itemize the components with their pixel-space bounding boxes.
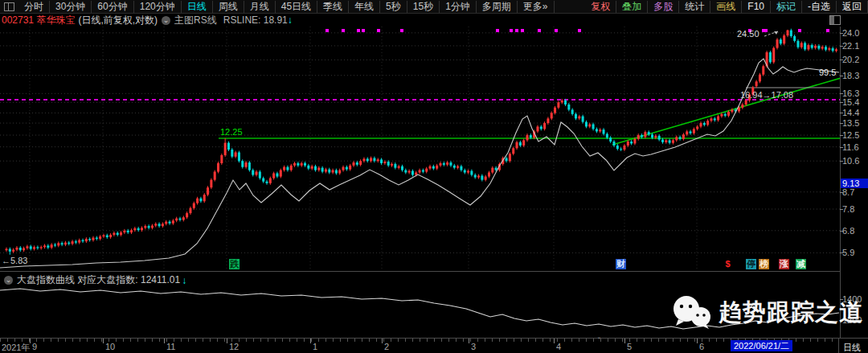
toolbar-button-标记[interactable]: 标记: [771, 1, 802, 13]
event-badge-榜[interactable]: 榜: [759, 259, 769, 269]
layout-icon[interactable]: [829, 15, 841, 25]
high-arrow-head: [774, 31, 778, 35]
body: [609, 138, 612, 142]
body: [75, 241, 77, 243]
candle: [57, 241, 59, 247]
period-tab-5秒[interactable]: 5秒: [380, 1, 407, 13]
body: [106, 236, 108, 237]
toolbar-button--自选[interactable]: -自选: [802, 1, 837, 13]
period-tab-更多»[interactable]: 更多»: [518, 1, 555, 13]
period-tab-日线[interactable]: 日线: [182, 1, 213, 13]
body: [419, 170, 421, 173]
period-tab-1分钟[interactable]: 1分钟: [440, 1, 477, 13]
candle: [169, 220, 171, 225]
toolbar-button-叠加[interactable]: 叠加: [616, 1, 648, 13]
body: [651, 134, 653, 138]
overlay-indicator-label[interactable]: 主图RS线: [174, 14, 217, 27]
body: [641, 135, 643, 137]
body: [387, 162, 390, 166]
period-tab-120分钟[interactable]: 120分钟: [134, 1, 182, 13]
month-label-11: 11: [166, 342, 175, 351]
candle: [453, 164, 456, 170]
event-badge-减[interactable]: 减: [796, 259, 806, 269]
body: [623, 146, 625, 150]
collapse-chevron-icon[interactable]: ˇ: [598, 336, 600, 344]
candlestick-chart[interactable]: [0, 27, 840, 271]
chevron-down-icon[interactable]: ⌄: [162, 16, 170, 25]
period-tab-周线[interactable]: 周线: [213, 1, 244, 13]
toolbar-button-返回[interactable]: 返回: [837, 1, 868, 13]
candle: [828, 47, 830, 51]
body: [102, 236, 104, 236]
candle: [262, 177, 264, 183]
month-label-4: 4: [556, 342, 561, 351]
toolbar-button-统计[interactable]: 统计: [679, 1, 710, 13]
period-tab-月线[interactable]: 月线: [244, 1, 276, 13]
body: [731, 109, 733, 112]
body: [567, 105, 570, 110]
toolbar-button-多股[interactable]: 多股: [648, 1, 679, 13]
body: [710, 118, 712, 121]
period-tab-30分钟[interactable]: 30分钟: [50, 1, 92, 13]
candle: [61, 241, 63, 246]
event-badge-$[interactable]: $: [723, 259, 733, 269]
candle: [68, 241, 70, 245]
period-tab-60分钟[interactable]: 60分钟: [92, 1, 133, 13]
toolbar-button-F10[interactable]: F10: [742, 1, 771, 13]
candle: [710, 117, 712, 122]
candle: [26, 244, 28, 249]
period-tab-15秒[interactable]: 15秒: [407, 1, 440, 13]
candle: [571, 109, 574, 116]
body: [57, 243, 59, 245]
period-tab-年线[interactable]: 年线: [349, 1, 380, 13]
event-badge-财[interactable]: 财: [616, 259, 626, 269]
event-badge-停[interactable]: 停: [746, 259, 756, 269]
body: [727, 112, 730, 116]
body: [543, 123, 546, 129]
candle: [99, 235, 101, 240]
event-badge-跌[interactable]: 跌: [229, 259, 240, 269]
body: [380, 159, 383, 163]
period-tab-分时[interactable]: 分时: [18, 1, 50, 13]
body: [51, 244, 53, 248]
candle: [717, 115, 719, 122]
candle: [772, 47, 775, 64]
body: [783, 35, 785, 43]
candle: [317, 166, 320, 172]
body: [512, 148, 514, 154]
candle: [700, 121, 702, 128]
period-tab-多周期[interactable]: 多周期: [477, 1, 518, 13]
month-tick: [30, 339, 31, 343]
body: [530, 135, 532, 138]
candle: [516, 141, 518, 150]
period-label: 日线: [843, 342, 861, 353]
toolbar-button-复权[interactable]: 复权: [585, 1, 616, 13]
body: [759, 75, 761, 82]
candle: [148, 224, 150, 229]
candle: [596, 127, 598, 133]
split-window-icon[interactable]: [4, 2, 14, 11]
candle: [130, 228, 133, 234]
body: [443, 163, 445, 165]
body: [346, 167, 348, 170]
period-tab-45日线[interactable]: 45日线: [276, 1, 317, 13]
candle: [787, 30, 789, 37]
event-badge-涨[interactable]: 涨: [779, 259, 789, 269]
stock-symbol[interactable]: 002731 萃华珠宝: [2, 14, 75, 27]
candlestick-series: [6, 29, 837, 255]
candle: [332, 169, 334, 174]
body: [186, 213, 188, 217]
candle: [547, 117, 549, 125]
body: [137, 228, 140, 230]
body: [741, 105, 743, 108]
body: [690, 131, 692, 133]
body: [359, 161, 362, 165]
body: [286, 167, 289, 170]
candle: [675, 135, 678, 142]
candle: [755, 80, 758, 88]
toolbar-button-画线[interactable]: 画线: [710, 1, 742, 13]
body: [148, 226, 150, 228]
candle: [832, 47, 834, 52]
body: [231, 150, 233, 157]
period-tab-季线[interactable]: 季线: [317, 1, 349, 13]
